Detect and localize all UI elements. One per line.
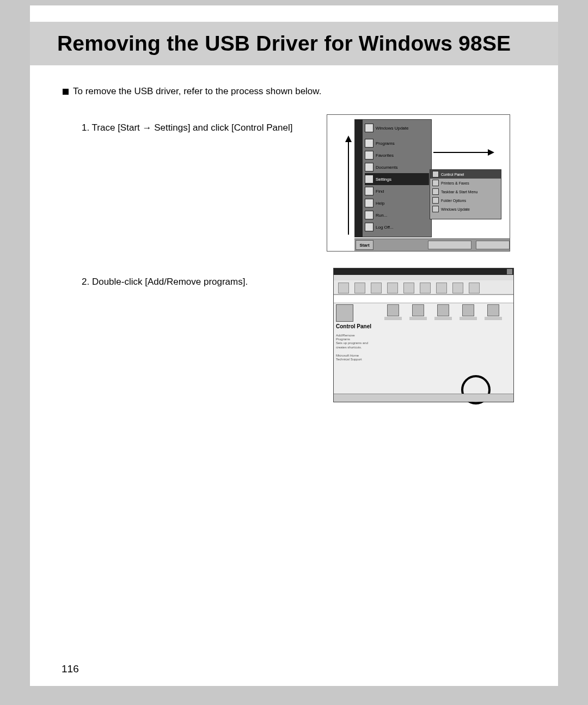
figure-start-menu: Windows Update Programs Favorites Docume… xyxy=(327,114,510,252)
control-panel-title: Control Panel xyxy=(336,324,382,329)
document-page: Removing the USB Driver for Windows 98SE… xyxy=(30,5,558,686)
toolbar-button xyxy=(403,283,414,293)
menu-icon xyxy=(365,151,373,160)
step-1-prefix: 1. Trace [Start xyxy=(82,122,143,133)
menu-icon xyxy=(365,175,373,183)
start-menu-item: Log Off... xyxy=(365,221,429,233)
menu-icon xyxy=(365,211,373,219)
toolbar-button xyxy=(469,283,480,293)
cp-icon-add-remove xyxy=(412,304,424,316)
step-2: 2. Double-click [Add/Remove programs]. xyxy=(82,277,248,287)
window-titlebar xyxy=(334,268,513,275)
settings-submenu: Control Panel Printers & Faxes Taskbar &… xyxy=(430,169,501,219)
start-menu-item: Favorites xyxy=(365,149,429,161)
toolbar-button xyxy=(420,283,431,293)
arrow-right-icon xyxy=(433,152,493,153)
taskbar-block xyxy=(428,241,471,249)
menu-icon xyxy=(365,124,373,132)
page-number: 116 xyxy=(62,663,79,675)
start-menu-item: Run... xyxy=(365,209,429,221)
menu-icon xyxy=(432,188,439,195)
intro-text: To remove the USB driver, refer to the p… xyxy=(63,86,321,97)
submenu-item: Printers & Faxes xyxy=(430,179,501,187)
control-panel-link: Microsoft HomeTechnical Support xyxy=(336,354,382,361)
start-menu-item: Programs xyxy=(365,137,429,149)
toolbar-button xyxy=(338,283,349,293)
start-menu: Windows Update Programs Favorites Docume… xyxy=(354,119,432,237)
taskbar: Start xyxy=(354,238,510,251)
window-toolbar xyxy=(334,280,513,295)
menu-icon xyxy=(365,223,373,231)
submenu-item: Folder Options xyxy=(430,196,501,205)
control-panel-icon xyxy=(336,304,353,322)
title-band: Removing the USB Driver for Windows 98SE xyxy=(30,22,558,65)
close-icon xyxy=(507,269,512,274)
step-1-suffix: Settings] and click [Control Panel] xyxy=(152,122,293,133)
step-1: 1. Trace [Start → Settings] and click [C… xyxy=(82,122,292,133)
start-menu-item: Help xyxy=(365,197,429,209)
start-menu-sidebar xyxy=(355,120,363,237)
icons-grid xyxy=(385,304,510,391)
cp-icon xyxy=(437,304,449,316)
menu-icon xyxy=(365,163,373,171)
cp-icon xyxy=(462,304,474,316)
submenu-item: Windows Update xyxy=(430,205,501,213)
menu-icon xyxy=(365,187,373,195)
control-panel-desc: Add/RemoveProgramsSets up programs andcr… xyxy=(336,334,382,350)
status-bar xyxy=(334,394,513,402)
toolbar-button xyxy=(354,283,365,293)
menu-icon xyxy=(432,206,439,212)
figure-control-panel: Control Panel Add/RemoveProgramsSets up … xyxy=(333,268,514,402)
start-menu-item: Windows Update xyxy=(365,122,429,134)
taskbar-block xyxy=(476,241,510,249)
left-pane: Control Panel Add/RemoveProgramsSets up … xyxy=(336,304,382,386)
menu-icon xyxy=(432,197,439,204)
start-button: Start xyxy=(356,240,373,250)
window-menubar xyxy=(334,275,513,280)
toolbar-button xyxy=(371,283,382,293)
submenu-item-control-panel: Control Panel xyxy=(430,170,501,179)
menu-icon xyxy=(432,180,439,186)
toolbar-button xyxy=(452,283,463,293)
arrow-up-icon xyxy=(348,137,349,235)
menu-icon xyxy=(432,171,439,177)
address-bar xyxy=(334,295,513,303)
start-menu-item-settings: Settings xyxy=(365,173,429,185)
cp-icon xyxy=(487,304,499,316)
toolbar-button xyxy=(436,283,447,293)
menu-icon xyxy=(365,139,373,148)
start-menu-item: Documents xyxy=(365,161,429,173)
start-menu-item: Find xyxy=(365,185,429,197)
arrow-right-icon: → xyxy=(143,122,152,133)
cp-icon xyxy=(387,304,399,316)
page-title: Removing the USB Driver for Windows 98SE xyxy=(57,32,511,56)
toolbar-button xyxy=(387,283,398,293)
submenu-item: Taskbar & Start Menu xyxy=(430,187,501,196)
menu-icon xyxy=(365,199,373,207)
